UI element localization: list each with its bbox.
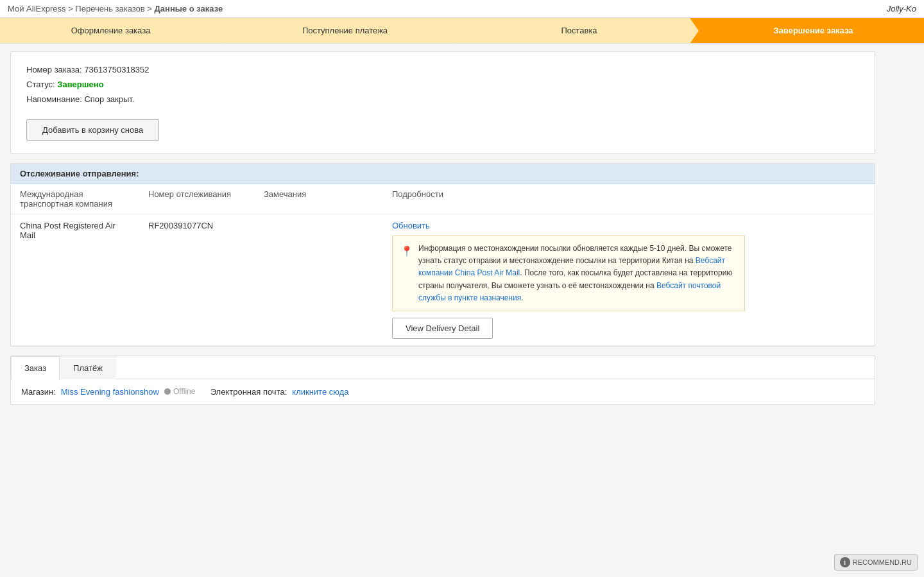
tracking-header: Отслеживание отправления:: [11, 164, 875, 184]
breadcrumb: Мой AliExpress > Перечень заказов > Данн…: [8, 4, 223, 13]
view-delivery-button[interactable]: View Delivery Detail: [392, 318, 493, 339]
store-label: Магазин:: [21, 387, 56, 397]
email-link[interactable]: кликните сюда: [292, 387, 348, 397]
info-box: 📍 Информация о местонахождении посылки о…: [392, 236, 745, 311]
order-status-row: Статус: Завершено: [26, 80, 859, 89]
details-cell: Обновить 📍 Информация о местонахождении …: [383, 214, 875, 346]
order-card: Номер заказа: 73613750318352 Статус: Зав…: [10, 51, 875, 154]
pin-icon: 📍: [400, 243, 413, 260]
order-number-row: Номер заказа: 73613750318352: [26, 65, 859, 74]
info-text: Информация о местонахождении посылки обн…: [418, 243, 737, 304]
tab-order-content: Магазин: Miss Evening fashionshow Offlin…: [11, 379, 875, 404]
order-number-label: Номер заказа:: [26, 65, 82, 74]
breadcrumb-current: Данные о заказе: [155, 4, 223, 13]
tab-order[interactable]: Заказ: [11, 356, 60, 379]
remarks-cell: [255, 214, 383, 346]
email-label: [200, 387, 205, 397]
carrier-cell: China Post Registered Air Mail: [11, 214, 139, 346]
progress-bar: Оформление заказа Поступление платежа По…: [0, 18, 924, 44]
breadcrumb-sep2: >: [147, 4, 154, 13]
step-4: Завершение заказа: [690, 18, 924, 43]
step-1: Оформление заказа: [0, 18, 221, 43]
tracking-number-cell: RF200391077CN: [139, 214, 255, 346]
order-reminder-row: Напоминание: Спор закрыт.: [26, 94, 859, 104]
col-carrier-header: Международная транспортная компания: [11, 184, 139, 214]
col-details-header: Подробности: [383, 184, 875, 214]
order-reminder-label: Напоминание:: [26, 94, 82, 104]
tracking-row: China Post Registered Air Mail RF2003910…: [11, 214, 875, 346]
order-status-val: Завершено: [57, 80, 103, 89]
order-number-val: 73613750318352: [84, 65, 149, 74]
main-content: Номер заказа: 73613750318352 Статус: Зав…: [0, 44, 886, 413]
tracking-table: Международная транспортная компания Номе…: [11, 184, 875, 346]
top-bar: Мой AliExpress > Перечень заказов > Данн…: [0, 0, 924, 18]
offline-dot: [164, 388, 171, 395]
email-label-text: Электронная почта:: [210, 387, 287, 397]
tracking-card: Отслеживание отправления: Международная …: [10, 163, 875, 347]
info-text-1: Информация о местонахождении посылки обн…: [418, 244, 732, 265]
refresh-link[interactable]: Обновить: [392, 221, 866, 230]
site-name: Jolly-Ko: [887, 4, 916, 13]
col-remarks-header: Замечания: [255, 184, 383, 214]
info-text-3: .: [521, 293, 523, 302]
order-reminder-val: Спор закрыт.: [84, 94, 134, 104]
offline-label: Offline: [173, 387, 195, 396]
order-status-label: Статус:: [26, 80, 55, 89]
store-info: Магазин: Miss Evening fashionshow Offlin…: [21, 387, 864, 397]
breadcrumb-sep1: >: [68, 4, 75, 13]
tabs-header: Заказ Платёж: [11, 356, 875, 379]
store-name-link[interactable]: Miss Evening fashionshow: [61, 387, 159, 397]
breadcrumb-orders[interactable]: Перечень заказов: [75, 4, 144, 13]
add-to-cart-button[interactable]: Добавить в корзину снова: [26, 119, 159, 141]
tabs-section: Заказ Платёж Магазин: Miss Evening fashi…: [10, 356, 875, 405]
step-2: Поступление платежа: [221, 18, 456, 43]
step-3: Поставка: [456, 18, 690, 43]
offline-badge: Offline: [164, 387, 195, 396]
breadcrumb-home[interactable]: Мой AliExpress: [8, 4, 66, 13]
col-tracking-header: Номер отслеживания: [139, 184, 255, 214]
tab-payment[interactable]: Платёж: [60, 356, 116, 379]
